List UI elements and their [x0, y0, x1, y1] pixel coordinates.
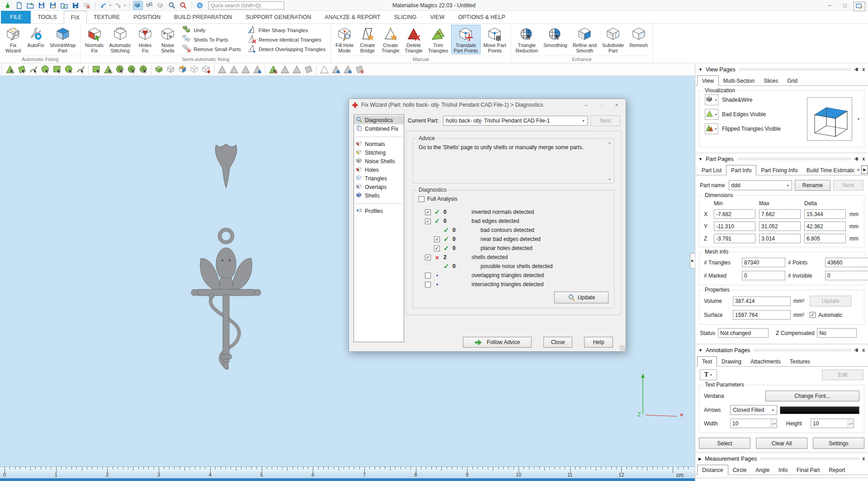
open-file-icon[interactable] [25, 1, 35, 10]
triangle-reduction-button[interactable]: Triangle Reduction [513, 25, 541, 54]
next-button[interactable]: Next [833, 180, 863, 191]
y-min-field[interactable] [714, 222, 755, 231]
surface-field[interactable] [733, 310, 791, 320]
menu-options-help[interactable]: OPTIONS & HELP [451, 11, 512, 24]
tab-angle[interactable]: Angle [751, 465, 774, 475]
tri-outline-icon[interactable] [319, 64, 330, 75]
points-field[interactable] [825, 258, 868, 267]
menu-position[interactable]: POSITION [127, 11, 167, 24]
close-section-icon[interactable]: x [862, 348, 865, 353]
plane-gray-icon[interactable] [303, 64, 314, 75]
help-button[interactable]: Help [584, 337, 613, 348]
y-delta-field[interactable] [804, 222, 846, 231]
tri-gray-2-icon[interactable] [228, 64, 239, 75]
holes-fix-button[interactable]: Holes Fix [134, 25, 156, 54]
smoothing-button[interactable]: Smoothing [541, 25, 570, 49]
part-name-select[interactable]: ddd ▼ [729, 180, 793, 190]
diagnostic-checkbox[interactable] [425, 282, 431, 288]
wizard-page-profiles[interactable]: Profiles [354, 207, 404, 215]
tri-blue-1-icon[interactable] [330, 64, 341, 75]
width-stepper[interactable]: ▲▼ [730, 419, 777, 428]
shrinkwrap-part-button[interactable]: ShrinkWrap Part [47, 25, 78, 54]
detect-overlapping-triangles-button[interactable]: Detect Overlapping Triangles [246, 45, 327, 53]
view-cube-preview[interactable] [807, 97, 852, 141]
cube-white-icon[interactable] [165, 64, 176, 75]
zoom-out-icon[interactable] [178, 1, 188, 10]
select-button[interactable]: Select [699, 438, 750, 449]
toolbar-drag-handle[interactable] [1, 65, 3, 74]
scroll-up-icon[interactable]: ▲ [608, 141, 611, 144]
cube-green-icon[interactable] [154, 64, 165, 75]
diagnostic-checkbox[interactable]: ✓ [434, 236, 440, 242]
dialog-minimize-button[interactable]: – [580, 102, 592, 108]
remove-small-parts-button[interactable]: Remove Small Parts [181, 45, 242, 53]
cube-marked-icon[interactable] [201, 64, 212, 75]
autofix-button[interactable]: AutoFix [24, 25, 47, 49]
tab-view[interactable]: View [697, 75, 719, 86]
normals-fix-button[interactable]: Normals Fix [82, 25, 106, 54]
wizard-page-stitching[interactable]: Stitching [354, 148, 404, 157]
change-font-button[interactable]: Change Font... [765, 391, 859, 401]
unify-button[interactable]: Unify [181, 26, 242, 34]
menu-view[interactable]: VIEW [424, 11, 452, 24]
tab-part-info[interactable]: Part Info [726, 165, 756, 175]
maximize-button[interactable]: □ [837, 0, 853, 11]
x-min-field[interactable] [714, 209, 755, 219]
mark-curve-icon[interactable] [28, 64, 39, 75]
z-delta-field[interactable] [804, 234, 846, 243]
chevron-down-icon[interactable]: ▼ [123, 4, 126, 7]
menu-build-preparation[interactable]: BUILD PREPARATION [167, 11, 239, 24]
width-field[interactable] [730, 419, 777, 428]
edit-annotation-button[interactable]: Edit [822, 369, 863, 380]
current-part-select[interactable]: hollo back- obj- Trishul Pendant CAD Fil… [443, 116, 588, 126]
tri-gray-3-icon[interactable] [240, 64, 251, 75]
volume-field[interactable] [733, 297, 791, 306]
menu-slicing[interactable]: SLICING [387, 11, 424, 24]
height-stepper[interactable]: ▲▼ [811, 419, 854, 428]
mark-freeform-icon[interactable] [75, 64, 86, 75]
chevron-down-icon[interactable]: ▼ [109, 4, 112, 7]
zoom-selection-icon[interactable] [133, 1, 143, 10]
wizard-page-holes[interactable]: Holes [354, 165, 404, 174]
tab-distance[interactable]: Distance [697, 465, 728, 475]
wizard-page-shells[interactable]: Shells [354, 191, 404, 200]
save-icon[interactable] [37, 1, 47, 10]
advice-scrollbar[interactable]: ▲▼ [607, 141, 613, 181]
wizard-page-triangles[interactable]: Triangles [354, 174, 404, 183]
scroll-tabs-left-icon[interactable]: ◀ [854, 165, 861, 174]
close-section-icon[interactable]: x [862, 156, 865, 161]
scroll-tabs-right-icon[interactable]: ▶ [861, 165, 868, 174]
z-min-field[interactable] [714, 234, 755, 243]
delete-part-icon[interactable] [82, 1, 92, 10]
tri-globe-icon[interactable] [252, 64, 263, 75]
menu-tools[interactable]: TOOLS [31, 11, 63, 24]
x-max-field[interactable] [759, 209, 801, 219]
text-tool-select[interactable]: T ▼ [700, 369, 717, 380]
trim-triangles-button[interactable]: Trim Triangles [425, 25, 451, 54]
full-analysis-checkbox[interactable] [419, 196, 425, 202]
marked-field[interactable] [742, 271, 785, 280]
spinner-arrows-icon[interactable]: ▲▼ [771, 419, 777, 428]
arrow-color-swatch[interactable] [780, 406, 859, 414]
x-delta-field[interactable] [804, 209, 846, 219]
remove-identical-triangles-button[interactable]: Remove Identical Triangles [246, 35, 327, 44]
cube-blue-top-icon[interactable] [177, 64, 188, 75]
wizard-page-noise-shells[interactable]: Noise Shells [354, 157, 404, 165]
cube-wire-icon[interactable] [189, 64, 200, 75]
fill-hole-mode-button[interactable]: Fill Hole Mode [333, 25, 356, 54]
tab-textures[interactable]: Textures [785, 357, 815, 366]
wizard-page-combined-fix[interactable]: Combined Fix [354, 124, 404, 133]
view-cube-icon[interactable] [156, 1, 165, 10]
mark-blob-icon[interactable] [63, 64, 74, 75]
fix-wizard-button[interactable]: Fix Wizard [2, 25, 24, 54]
trishul-pendant-model[interactable] [176, 142, 271, 373]
workspace-icon[interactable] [854, 2, 865, 11]
tri-blue-2-icon[interactable] [342, 64, 353, 75]
create-bridge-button[interactable]: Create Bridge [356, 25, 379, 54]
collapse-triangle-icon[interactable]: ▼ [698, 348, 703, 353]
shells-to-parts-button[interactable]: Shells To Parts [181, 35, 242, 44]
mark-shell-icon[interactable] [103, 64, 113, 75]
wizard-page-overlaps[interactable]: Overlaps [354, 183, 404, 191]
bottom-scrollbar[interactable] [0, 478, 695, 481]
platform-icon[interactable] [3, 1, 13, 10]
